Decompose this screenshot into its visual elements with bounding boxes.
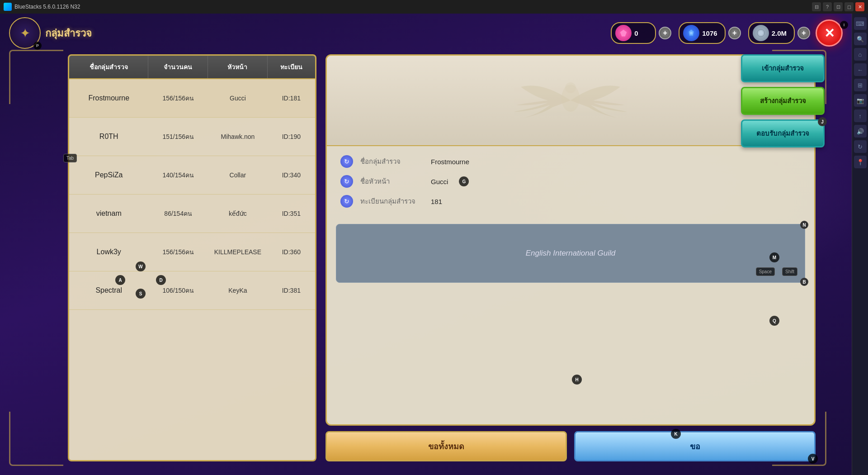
refresh-icon-name: ↻ (340, 155, 353, 168)
silver-value: 2.0M (772, 29, 787, 37)
v-shortcut: V (808, 454, 818, 464)
guild-name-hud: กลุ่มสำรวจ (45, 25, 92, 41)
guild-leader-spectral: KeyKa (208, 282, 268, 299)
bs-camera-icon[interactable]: 📷 (854, 94, 867, 107)
action-buttons: ขอทั้งหมด ขอ V K (326, 431, 816, 461)
blue-value: 1076 (702, 29, 717, 37)
guild-row-frostmourne[interactable]: Frostmourne 156/156คน Gucci ID:181 (69, 79, 315, 118)
detail-info: ↻ ชื่อกลุ่มสำรวจ Frostmourne ↻ ชื่อหัวหน… (327, 146, 814, 224)
space-shortcut: Space (756, 267, 775, 276)
guild-members-pepsiza: 140/154คน (148, 166, 208, 185)
guild-name-r0th: R0TH (69, 128, 148, 145)
currencies: 0 + 1076 + (611, 22, 810, 44)
minimize-btn[interactable]: ⊟ (812, 2, 821, 11)
bs-location-icon[interactable]: 📍 (854, 156, 867, 168)
leader-label: ชื่อหัวหน้า (360, 176, 424, 187)
a-shortcut: A (115, 275, 125, 285)
description-box: English International Guild N B (336, 224, 805, 283)
detail-row-name: ↻ ชื่อกลุ่มสำรวจ Frostmourne (340, 155, 801, 168)
i-shortcut: I (840, 21, 848, 29)
svg-point-1 (690, 32, 693, 34)
window-controls: ⊟ ? ⊡ ◻ ✕ (812, 2, 864, 11)
blue-crystal-icon (683, 25, 699, 41)
header-members: จำนวนคน (148, 56, 208, 78)
guild-name-pepsiza: PepSiZa (69, 166, 148, 184)
guild-row-vietnam[interactable]: vietnam 86/154คน kếđức ID:351 (69, 195, 315, 233)
svg-point-3 (759, 31, 763, 35)
k-shortcut: K (671, 429, 681, 439)
w-shortcut: W (136, 261, 146, 271)
guild-leader-pepsiza: Collar (208, 167, 268, 183)
header-leader: หัวหน้า (208, 56, 268, 78)
reject-all-btn[interactable]: ขอทั้งหมด (326, 431, 567, 461)
guild-name-detail-value: Frostmourne (431, 158, 469, 166)
guild-id-vietnam: ID:351 (268, 205, 315, 222)
silver-add-btn[interactable]: + (797, 27, 810, 39)
bs-rotate-icon[interactable]: ↻ (854, 140, 867, 153)
guild-name-vietnam: vietnam (69, 205, 148, 222)
join-guild-btn[interactable]: เข้ากลุ่มสำรวจ (741, 54, 825, 82)
guild-emblem: P (9, 17, 41, 49)
refresh-icon-id: ↻ (340, 195, 353, 208)
maximize-btn[interactable]: ◻ (844, 2, 854, 11)
top-hud: P กลุ่มสำรวจ 0 + (0, 17, 852, 49)
deco-corner-bl (9, 412, 63, 466)
header-id: ทะเบียน (268, 56, 315, 78)
currency-gem-bg: 0 (611, 22, 656, 44)
h-shortcut: H (572, 375, 582, 385)
guild-name-frostmourne: Frostmourne (69, 90, 148, 107)
bs-home-icon[interactable]: ⌂ (854, 48, 867, 61)
bs-search-icon[interactable]: 🔍 (854, 33, 867, 45)
guild-leader-vietnam: kếđức (208, 205, 268, 222)
bs-back-icon[interactable]: ← (854, 63, 867, 76)
bs-share-icon[interactable]: ↑ (854, 109, 867, 122)
guild-row-lowk3y[interactable]: Lowk3y 156/156คน KILLMEPLEASE ID:360 (69, 233, 315, 271)
help-btn[interactable]: ? (823, 2, 832, 11)
guild-row-r0th[interactable]: R0TH 151/156คน Mihawk.non ID:190 (69, 118, 315, 156)
guild-members-vietnam: 86/154คน (148, 204, 208, 223)
currency-silver: 2.0M + (748, 22, 810, 44)
request-btn[interactable]: ขอ V K (574, 431, 816, 461)
guild-logo-area: P กลุ่มสำรวจ (9, 17, 92, 49)
detail-row-leader: ↻ ชื่อหัวหน้า Gucci G (340, 175, 801, 188)
guild-id-frostmourne: ID:181 (268, 90, 315, 106)
bs-recent-icon[interactable]: ⊞ (854, 79, 867, 91)
guild-id-pepsiza: ID:340 (268, 167, 315, 183)
leader-detail-value: Gucci (431, 178, 448, 185)
guild-members-frostmourne: 156/156คน (148, 89, 208, 108)
bs-keyboard-icon[interactable]: ⌨ (854, 17, 867, 30)
window-close-btn[interactable]: ✕ (855, 2, 864, 11)
guild-row-spectral[interactable]: Spectral 106/150คน KeyKa ID:381 (69, 271, 315, 310)
silver-icon (753, 25, 769, 41)
d-shortcut: D (156, 275, 166, 285)
guild-leader-frostmourne: Gucci (208, 90, 268, 106)
currency-blue-bg: 1076 (679, 22, 725, 44)
s-shortcut: S (136, 289, 146, 299)
bluestacks-title: BlueStacks 5.6.0.1126 N32 (14, 4, 80, 10)
game-close-btn[interactable]: ✕ (816, 19, 843, 47)
guild-list-panel: ชื่อกลุ่มสำรวจ จำนวนคน หัวหน้า ทะเบียน F… (68, 54, 316, 461)
gem-value: 0 (634, 29, 638, 37)
guild-id-lowk3y: ID:360 (268, 244, 315, 260)
detail-row-id: ↻ ทะเบียนกลุ่มสำรวจ 181 (340, 195, 801, 208)
id-detail-value: 181 (431, 198, 442, 205)
accept-guild-btn[interactable]: ตอบรับกลุ่มสำรวจ J (741, 119, 825, 147)
gem-add-btn[interactable]: + (659, 27, 671, 39)
side-action-buttons: เข้ากลุ่มสำรวจ สร้างกลุ่มสำรวจ ตอบรับกลุ… (741, 54, 825, 147)
bluestacks-bar: BlueStacks 5.6.0.1126 N32 ⊟ ? ⊡ ◻ ✕ (0, 0, 868, 14)
refresh-icon-leader: ↻ (340, 175, 353, 188)
guild-row-pepsiza[interactable]: PepSiZa 140/154คน Collar ID:340 (69, 156, 315, 195)
create-guild-btn[interactable]: สร้างกลุ่มสำรวจ (741, 87, 825, 115)
q-shortcut: Q (769, 316, 779, 326)
gem-icon (615, 25, 632, 41)
bluestacks-logo (4, 3, 12, 11)
shift-shortcut: Shift (782, 267, 797, 276)
blue-add-btn[interactable]: + (728, 27, 741, 39)
guild-id-r0th: ID:190 (268, 128, 315, 145)
bs-volume-icon[interactable]: 🔊 (854, 125, 867, 138)
guild-list-body: Frostmourne 156/156คน Gucci ID:181 R0TH … (69, 79, 315, 459)
currency-blue: 1076 + (679, 22, 741, 44)
description-text: English International Guild (526, 249, 615, 258)
guild-members-lowk3y: 156/156คน (148, 242, 208, 261)
restore-btn[interactable]: ⊡ (834, 2, 843, 11)
